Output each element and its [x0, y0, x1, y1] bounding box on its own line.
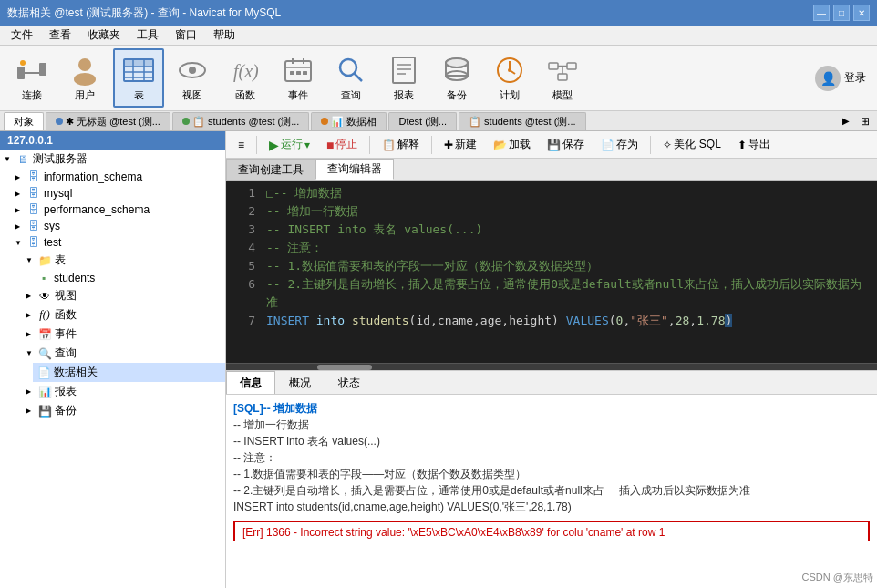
- new-button[interactable]: ✚ 新建: [438, 134, 483, 155]
- sidebar-item-mysql[interactable]: ▶ 🗄 mysql: [11, 185, 225, 201]
- menu-button[interactable]: ≡: [232, 136, 251, 154]
- sidebar-table-folder-label: 表: [55, 253, 66, 268]
- menu-item-查看[interactable]: 查看: [42, 26, 78, 45]
- obj-tab-object[interactable]: 对象: [4, 112, 44, 130]
- tab-dot-2: [182, 118, 190, 125]
- obj-tab-students1[interactable]: 📋 students @test (测...: [172, 112, 309, 130]
- line-num-6: 6: [233, 275, 255, 312]
- result-tab-info-label: 信息: [240, 376, 262, 391]
- model-icon: [546, 54, 579, 87]
- obj-tab-data[interactable]: 📊 数据相: [311, 112, 387, 130]
- obj-tab-dtest[interactable]: Dtest (测...: [388, 112, 457, 130]
- sidebar-item-event-folder[interactable]: ▶ 📅 事件: [22, 325, 225, 344]
- toolbar-func[interactable]: f(x) 函数: [221, 49, 270, 107]
- load-button[interactable]: 📂 加载: [487, 134, 537, 155]
- titlebar: 数据相关 @test (测试服务器) - 查询 - Navicat for My…: [0, 0, 877, 26]
- login-area[interactable]: 👤 登录: [811, 62, 870, 95]
- sql-content-1: □-- 增加数据: [266, 184, 342, 202]
- sidebar-item-report-folder[interactable]: ▶ 📊 报表: [22, 382, 225, 401]
- beautify-button[interactable]: ✧ 美化 SQL: [656, 134, 727, 155]
- sidebar-item-backup-folder[interactable]: ▶ 💾 备份: [22, 401, 225, 420]
- tab-nav-right[interactable]: ▶: [839, 114, 853, 128]
- toolbar-event[interactable]: 事件: [273, 49, 323, 107]
- sidebar-item-info-schema[interactable]: ▶ 🗄 information_schema: [11, 169, 225, 185]
- save-button[interactable]: 💾 保存: [541, 134, 591, 155]
- close-button[interactable]: ✕: [853, 5, 870, 21]
- sidebar-item-func-folder[interactable]: ▶ f() 函数: [22, 305, 225, 325]
- sidebar-item-test[interactable]: ▼ 🗄 test: [11, 234, 225, 251]
- svg-text:f(x): f(x): [233, 61, 259, 82]
- run-icon: ▶: [269, 138, 279, 152]
- table-folder-icon: 📁: [37, 254, 52, 267]
- menu-item-收藏夹[interactable]: 收藏夹: [80, 26, 128, 45]
- query-tab-builder[interactable]: 查询创建工具: [226, 159, 315, 180]
- sql-editor[interactable]: 1 □-- 增加数据 2 -- 增加一行数据 3 -- INSERT into …: [226, 181, 877, 363]
- watermark: CSDN @东思特: [802, 571, 873, 584]
- toolbar-user[interactable]: 用户: [60, 49, 109, 107]
- sidebar-item-sys[interactable]: ▶ 🗄 sys: [11, 218, 225, 234]
- line-num-2: 2: [233, 202, 255, 221]
- run-button[interactable]: ▶ 运行 ▾: [263, 134, 316, 155]
- obj-tab-students2[interactable]: 📋 students @test (测...: [459, 112, 585, 130]
- sql-content-6: -- 2.主键列是自动增长，插入是需要占位，通常使用0或是default或者nu…: [266, 275, 870, 312]
- menu-item-工具[interactable]: 工具: [129, 26, 166, 45]
- toolbar-connect[interactable]: 连接: [7, 49, 57, 107]
- export-button[interactable]: ⬆ 导出: [731, 134, 777, 155]
- toolbar-table[interactable]: 表: [113, 48, 164, 108]
- connect-icon: [15, 54, 48, 87]
- toolbar-schedule[interactable]: 计划: [485, 49, 534, 107]
- maximize-button[interactable]: □: [833, 5, 850, 21]
- toolbar-model[interactable]: 模型: [538, 49, 587, 107]
- toolbar-query[interactable]: 查询: [326, 49, 376, 107]
- obj-tab-data-label: 📊 数据相: [331, 115, 377, 129]
- sidebar-item-server[interactable]: ▼ 🖥 测试服务器: [0, 150, 225, 169]
- tab-options[interactable]: ⊞: [857, 113, 873, 129]
- titlebar-controls: — □ ✕: [813, 5, 870, 21]
- error-text: [Err] 1366 - Incorrect string value: '\x…: [242, 526, 665, 539]
- beautify-label: 美化 SQL: [674, 137, 720, 152]
- result-tab-status[interactable]: 状态: [325, 371, 374, 394]
- menu-item-帮助[interactable]: 帮助: [206, 26, 242, 45]
- func-icon: f(x): [229, 54, 262, 87]
- toolbar-report[interactable]: 报表: [379, 49, 428, 107]
- db-icon-2: 🗄: [26, 187, 41, 200]
- load-icon: 📂: [493, 139, 507, 151]
- saveas-button[interactable]: 📄 存为: [594, 134, 645, 155]
- sidebar-item-view-folder[interactable]: ▶ 👁 视图: [22, 286, 225, 305]
- sidebar-backup-folder-label: 备份: [55, 403, 77, 418]
- expand-backup-folder-icon: ▶: [26, 407, 35, 415]
- sidebar-item-table-folder[interactable]: ▼ 📁 表: [22, 251, 225, 270]
- obj-tab-object-label: 对象: [14, 115, 34, 129]
- menu-item-文件[interactable]: 文件: [4, 26, 40, 45]
- editor-scrollbar[interactable]: [226, 363, 877, 370]
- minimize-button[interactable]: —: [813, 5, 830, 21]
- event-icon: [282, 54, 315, 87]
- toolbar-sep-2: [369, 136, 370, 154]
- result-tab-overview[interactable]: 概况: [275, 371, 325, 394]
- sidebar-item-query-folder[interactable]: ▼ 🔍 查询: [22, 344, 225, 363]
- explain-label: 解释: [397, 137, 419, 152]
- explain-button[interactable]: 📋 解释: [376, 134, 426, 155]
- stop-button[interactable]: ■ 停止: [320, 134, 364, 155]
- sidebar-host: 127.0.0.1: [7, 134, 53, 147]
- sql-content-4: -- 注意：: [266, 239, 323, 257]
- sidebar-item-data-query[interactable]: 📄 数据相关: [33, 363, 225, 382]
- sidebar-item-perf-schema[interactable]: ▶ 🗄 performance_schema: [11, 201, 225, 218]
- toolbar-sep-3: [431, 136, 432, 154]
- menu-icon: ≡: [238, 139, 244, 151]
- sidebar-item-students[interactable]: ▪ students: [33, 270, 225, 286]
- query-tab-editor[interactable]: 查询编辑器: [315, 159, 394, 180]
- user-label: 用户: [75, 88, 95, 102]
- students-table-icon: ▪: [36, 272, 51, 284]
- toolbar-view[interactable]: 视图: [168, 49, 217, 107]
- sql-line-1: 1 □-- 增加数据: [233, 184, 870, 202]
- svg-point-3: [20, 60, 26, 66]
- svg-rect-23: [296, 71, 301, 75]
- data-query-icon: 📄: [36, 366, 51, 379]
- menu-item-窗口[interactable]: 窗口: [168, 26, 204, 45]
- expand-query-folder-icon: ▼: [26, 349, 35, 357]
- toolbar-backup[interactable]: 备份: [432, 49, 481, 107]
- result-tab-info[interactable]: 信息: [226, 371, 275, 394]
- toolbar: 连接 用户 表: [0, 46, 877, 111]
- obj-tab-untitled[interactable]: ✱ 无标题 @test (测...: [46, 112, 170, 130]
